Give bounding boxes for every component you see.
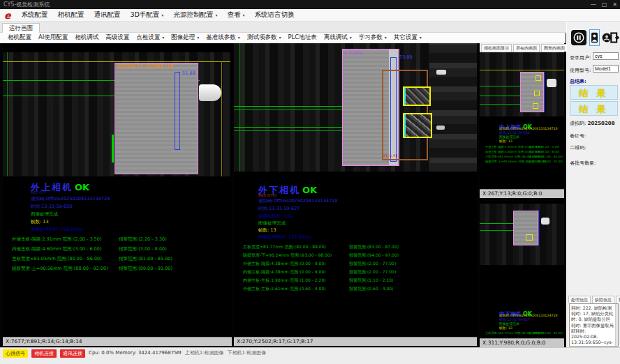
camera-view-outer-bottom[interactable]: AI检测框 73.80 XL:5.41 bbox=[234, 43, 477, 172]
alarm-range-text: 报警范围:(89.00 - 91.00) bbox=[119, 266, 172, 272]
tool-learning-params[interactable]: 学习参数 bbox=[355, 33, 390, 42]
result-box-bottom: 结 果 bbox=[570, 101, 618, 116]
exit-button[interactable] bbox=[610, 31, 620, 44]
camera-view-inner-top[interactable] bbox=[480, 52, 564, 116]
frame-count-line: 帧数: 13 bbox=[499, 326, 512, 330]
total-result-label: 总结果: bbox=[570, 78, 586, 85]
green-guide-line bbox=[7, 52, 8, 176]
threshold-overlay-label: 固定阈值:93, 动态阈值:100 bbox=[117, 63, 173, 70]
log-output[interactable]: 耗时: 222, 缺陷检测耗时: 17, 缺陷分类耗时: 0, 缺陷提取分区耗时… bbox=[569, 303, 619, 347]
virtual-code-line: 虚拟码:Offline20250208133134728 bbox=[258, 198, 337, 204]
menu-camera-config[interactable]: 相机配置 bbox=[53, 10, 89, 20]
pixel-coord-bar: X:270;Y:2502;R:17;G:17;B:17 bbox=[234, 337, 477, 346]
metal-highlight bbox=[436, 126, 445, 130]
log-tab-process-info[interactable]: 处理信息 bbox=[568, 296, 591, 303]
tool-test-params[interactable]: 测试项参数 bbox=[244, 33, 285, 42]
thumb-tab-all-views[interactable]: 所有内画面 bbox=[513, 44, 540, 52]
measure-text: 内侧主板-隔膜:4.60mm 范围:(3.00 - 6.00) bbox=[12, 246, 101, 252]
feature-box-yellow bbox=[526, 234, 533, 241]
menu-language-switch[interactable]: 系统语言切换 bbox=[249, 10, 299, 20]
frame-count-line: 帧数: 13 bbox=[258, 227, 276, 234]
thumb-panel-inner-top: 相机画面显示 所有内画面 图形内画面 内上相机OK 虚拟码:Offline202… bbox=[480, 43, 564, 198]
pixel-coord-bar: X:311;Y:980;R:0;G:0;B:0 bbox=[480, 338, 564, 347]
green-measure-line bbox=[480, 86, 522, 86]
tab-run-screen[interactable]: 运行画面 bbox=[2, 23, 40, 33]
frame-count-line: 帧数: 13 bbox=[31, 219, 49, 225]
maximize-button[interactable]: □ bbox=[602, 0, 607, 9]
model-input[interactable] bbox=[593, 65, 619, 73]
measure-text: 外侧主板-隔膜:4.38mm 范围:(0.00 - 9.00) bbox=[243, 261, 326, 267]
tool-other-settings[interactable]: 其它设置 bbox=[390, 33, 425, 42]
title-bar: CYS-视觉检测系统 — □ ✕ bbox=[0, 0, 620, 9]
camera-view-outer-top[interactable]: 固定阈值:93, 动态阈值:100 51.88 bbox=[3, 52, 230, 176]
measure-row: 主板宽度=83.77mm 范围:(82.00 - 88.00) 报警范围:(83… bbox=[234, 244, 477, 250]
exit-door-icon bbox=[610, 31, 620, 44]
measure-row: 外侧主板-隔膜:2.91mm 范围:(2.00 - 3.50)报警范围:(2.2… bbox=[480, 145, 564, 149]
menu-comm-config[interactable]: 通讯配置 bbox=[89, 10, 126, 20]
alarm-range-text: 报警范围:(2.00 - 77.00) bbox=[349, 269, 396, 275]
alarm-range-text: 报警范围:(2.20 - 3.30) bbox=[529, 145, 559, 149]
alarm-range-text: 报警范围:(2.00 - 77.00) bbox=[349, 261, 396, 267]
log-text: 耗时: 222, 缺陷检测耗时: 17, 缺陷分类耗时: 0, 缺陷提取分区耗时… bbox=[571, 305, 614, 347]
result-ok-badge: OK bbox=[302, 185, 317, 195]
result-box-top: 结 果 bbox=[570, 85, 618, 100]
measure-text: 主板宽度=83.77mm 范围:(82.00 - 88.00) bbox=[243, 244, 326, 250]
measure-row: 主板宽度=83.05mm 范围:(80.00 - 86.00) 报警范围:(81… bbox=[3, 256, 232, 263]
comm-connection-badge: 通讯连接 bbox=[60, 349, 85, 358]
app-logo-icon: e bbox=[4, 10, 11, 21]
tool-baseline-params[interactable]: 基准线参数 bbox=[202, 33, 244, 42]
green-guide-line bbox=[239, 43, 240, 172]
measure-value-label: 51.88 bbox=[182, 70, 195, 76]
user-button[interactable] bbox=[589, 29, 600, 46]
alarm-range-text: 报警范围:(2.20 - 3.30) bbox=[119, 236, 167, 243]
tool-spotcheck-settings[interactable]: 点检设置 bbox=[133, 33, 168, 42]
tab-connector-shape bbox=[199, 84, 221, 101]
pixel-coord-bar: X:267;Y:13;R:0;G:0;B:0 bbox=[480, 189, 564, 198]
tool-offline-debug[interactable]: 离线调试 bbox=[320, 33, 355, 42]
blue-edge-line bbox=[538, 211, 539, 245]
bottom-camera-mode: 下相机1:检测图像 bbox=[227, 349, 266, 357]
blue-edge-line bbox=[544, 72, 545, 112]
alarm-range-text: 报警范围:(0.60 - 4.00) bbox=[349, 286, 393, 292]
tool-plc-address[interactable]: PLC地址表 bbox=[284, 33, 320, 42]
elapsed-line: 图像处理耗时: 182.00ms bbox=[258, 234, 311, 241]
virtual-code-caption: 虚拟码: bbox=[570, 121, 586, 126]
alarm-range-text: 报警范围:(3.00 - 8.00) bbox=[529, 150, 559, 153]
status-bar: 心跳信号 相机连接 通讯连接 Cpu: 0.0% Memory: 3424.41… bbox=[0, 347, 620, 364]
thumb-tab-camera-display[interactable]: 相机画面显示 bbox=[481, 44, 512, 52]
measure-text: 隔膜宽度-下=95.24mm 范围:(93.00 - 98.00) bbox=[243, 252, 332, 259]
menu-view[interactable]: 查看 bbox=[222, 10, 249, 20]
tool-image-processing[interactable]: 图像处理 bbox=[168, 33, 202, 42]
thumb-tab-strip: 相机画面显示 所有内画面 图形内画面 bbox=[480, 43, 564, 52]
close-button[interactable]: ✕ bbox=[612, 0, 617, 9]
log-scrollbar[interactable] bbox=[615, 304, 618, 346]
menu-light-config[interactable]: 光源控制配置 bbox=[168, 10, 222, 20]
login-user-input[interactable] bbox=[593, 52, 619, 60]
menu-system-config[interactable]: 系统配置 bbox=[17, 10, 53, 20]
log-tab-alarm-info[interactable]: 报警信息 bbox=[616, 296, 620, 303]
camera-panel-outer-bottom: AI检测框 73.80 XL:5.41 外下相机OK MES:0(T0) 虚拟码… bbox=[234, 43, 477, 347]
tool-camera-config[interactable]: 相机配置 bbox=[4, 33, 35, 42]
tool-ai-config[interactable]: AI使用配置 bbox=[35, 33, 71, 42]
top-camera-mode: 上相机1:检测图像 bbox=[185, 349, 224, 357]
batch-count-label: 各批号数量: bbox=[570, 160, 596, 167]
measure-row: 主板宽度=83.77mm 范围:(82.00 - 88.00)报警范围:(83.… bbox=[480, 331, 564, 335]
tool-advanced-settings[interactable]: 高级设置 bbox=[102, 33, 133, 42]
pause-button[interactable] bbox=[571, 30, 586, 45]
green-measure-line bbox=[480, 96, 522, 96]
green-measure-line bbox=[480, 230, 513, 231]
window-title: CYS-视觉检测系统 bbox=[3, 1, 50, 8]
tab-connector-shape bbox=[547, 79, 556, 87]
measure-value-label: 73.80 bbox=[399, 54, 413, 60]
log-tab-strip: 处理信息 缺陷信息 报警信息 bbox=[567, 295, 620, 303]
measure-row: 外侧主板-隔膜:2.91mm 范围:(2.00 - 3.50) 报警范围:(2.… bbox=[3, 236, 232, 243]
measure-row: 内侧主板-隔膜:4.38mm 范围:(0.00 - 9.00) 报警范围:(2.… bbox=[234, 269, 477, 275]
tool-camera-debug[interactable]: 相机调试 bbox=[71, 33, 102, 42]
thumb-tab-graphic-views[interactable]: 图形内画面 bbox=[541, 44, 568, 52]
minimize-button[interactable]: — bbox=[591, 0, 596, 9]
login-user-label: 登录用户: bbox=[570, 54, 591, 61]
log-tab-defect-info[interactable]: 缺陷信息 bbox=[592, 296, 614, 303]
menu-3d-config[interactable]: 3D手配置 bbox=[126, 10, 169, 20]
camera-view-inner-bottom[interactable] bbox=[480, 204, 564, 265]
pause-icon bbox=[573, 31, 585, 44]
